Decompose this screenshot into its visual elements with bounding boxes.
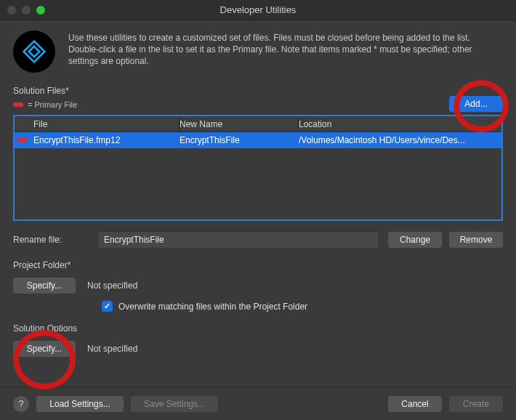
primary-file-legend: = Primary File <box>13 100 503 109</box>
load-settings-button[interactable]: Load Settings... <box>36 396 124 412</box>
column-file[interactable]: File <box>31 116 180 132</box>
solution-options-heading: Solution Options <box>13 323 503 334</box>
overwrite-label: Overwrite matching files within the Proj… <box>118 302 307 312</box>
intro-text: Use these utilities to create a customiz… <box>68 31 503 73</box>
table-header: File New Name Location <box>15 116 501 132</box>
minimize-window-icon[interactable] <box>22 6 31 15</box>
create-button[interactable]: Create <box>449 396 503 412</box>
solution-options-specify-button[interactable]: Specify... <box>13 341 76 357</box>
primary-file-indicator-icon <box>17 138 28 142</box>
close-window-icon[interactable] <box>7 6 16 15</box>
window-controls <box>7 6 45 15</box>
project-folder-status: Not specified <box>87 280 137 291</box>
overwrite-checkbox[interactable]: ✓ <box>102 301 113 312</box>
dialog-footer: ? Load Settings... Save Settings... Canc… <box>0 387 516 420</box>
table-row[interactable]: EncryptThisFile.fmp12 EncryptThisFile /V… <box>15 132 501 148</box>
add-button[interactable]: Add... <box>449 96 503 112</box>
cell-file: EncryptThisFile.fmp12 <box>31 135 180 145</box>
project-folder-specify-button[interactable]: Specify... <box>13 278 76 294</box>
cancel-button[interactable]: Cancel <box>388 396 442 412</box>
solution-files-table[interactable]: File New Name Location EncryptThisFile.f… <box>13 115 503 221</box>
cell-new-name: EncryptThisFile <box>180 135 299 145</box>
column-new-name[interactable]: New Name <box>180 116 299 132</box>
rename-input[interactable] <box>97 231 379 249</box>
primary-file-legend-text: = Primary File <box>28 100 77 109</box>
change-button[interactable]: Change <box>388 232 442 248</box>
primary-file-indicator-icon <box>13 102 23 107</box>
cell-location: /Volumes/Macintosh HD/Users/vince/Des... <box>299 135 501 145</box>
help-button[interactable]: ? <box>13 396 29 412</box>
save-settings-button[interactable]: Save Settings... <box>131 396 218 412</box>
project-folder-heading: Project Folder* <box>13 260 503 270</box>
title-bar: Developer Utilities <box>0 0 516 20</box>
rename-label: Rename file: <box>13 235 89 245</box>
app-icon <box>13 31 55 73</box>
zoom-window-icon[interactable] <box>36 6 45 15</box>
window-title: Developer Utilities <box>0 4 516 15</box>
remove-button[interactable]: Remove <box>449 232 503 248</box>
solution-files-heading: Solution Files* <box>13 86 503 96</box>
column-location[interactable]: Location <box>299 116 501 132</box>
solution-options-status: Not specified <box>87 344 137 354</box>
